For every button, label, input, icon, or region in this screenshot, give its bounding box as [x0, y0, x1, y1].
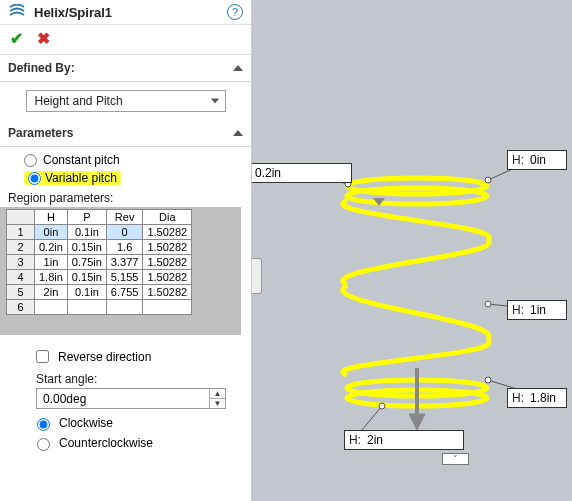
- parameters-label: Parameters: [8, 126, 73, 140]
- help-icon[interactable]: ?: [227, 4, 243, 20]
- chevron-down-icon[interactable]: ˅: [442, 453, 469, 465]
- reverse-direction-checkbox[interactable]: [36, 350, 49, 363]
- start-angle-input[interactable]: ▲ ▼: [36, 388, 226, 409]
- svg-point-11: [485, 301, 491, 307]
- chevron-down-icon: [373, 198, 385, 206]
- constant-pitch-row[interactable]: Constant pitch: [0, 151, 251, 169]
- counterclockwise-row[interactable]: Counterclockwise: [12, 435, 239, 451]
- feature-title: Helix/Spiral1: [34, 5, 227, 20]
- region-parameters-label: Region parameters:: [0, 187, 251, 207]
- callout-h-0p2[interactable]: H: 0.2in: [252, 163, 352, 183]
- svg-point-9: [485, 177, 491, 183]
- region-table-wrap: H P Rev Dia 1 0in 0.1in 0 1.50282 2 0.2i…: [0, 207, 241, 335]
- callout-h-0[interactable]: H: 0in: [507, 150, 567, 170]
- spin-down-icon[interactable]: ▼: [210, 399, 225, 408]
- start-angle-field[interactable]: [37, 389, 209, 408]
- reverse-direction-label: Reverse direction: [58, 350, 151, 364]
- clockwise-label: Clockwise: [59, 416, 113, 430]
- svg-point-15: [379, 403, 385, 409]
- graphics-viewport[interactable]: H: 0.2in H: 0in H: 1in H: 1.8in H: 2in ˅: [252, 0, 572, 501]
- svg-marker-5: [409, 414, 425, 430]
- counterclockwise-label: Counterclockwise: [59, 436, 153, 450]
- reverse-direction-row[interactable]: Reverse direction: [12, 347, 239, 366]
- panel-drag-handle[interactable]: [252, 258, 262, 294]
- cancel-icon[interactable]: ✖: [37, 29, 50, 48]
- clockwise-row[interactable]: Clockwise: [12, 415, 239, 431]
- col-p[interactable]: P: [67, 210, 106, 225]
- constant-pitch-label: Constant pitch: [43, 153, 120, 167]
- lower-options: Reverse direction Start angle: ▲ ▼ Clock…: [0, 335, 251, 463]
- spin-up-icon[interactable]: ▲: [210, 389, 225, 399]
- table-row: 4 1.8in 0.15in 5.155 1.50282: [7, 270, 192, 285]
- titlebar: Helix/Spiral1 ?: [0, 0, 251, 25]
- property-panel: Helix/Spiral1 ? ✔ ✖ Defined By: Height a…: [0, 0, 252, 501]
- helix-icon: [8, 4, 26, 20]
- table-row: 5 2in 0.1in 6.755 1.50282: [7, 285, 192, 300]
- defined-by-select[interactable]: Height and Pitch: [26, 90, 226, 112]
- defined-by-selected: Height and Pitch: [35, 94, 123, 108]
- defined-by-body: Height and Pitch: [0, 82, 251, 120]
- defined-by-label: Defined By:: [8, 61, 75, 75]
- variable-pitch-label: Variable pitch: [45, 171, 117, 185]
- constant-pitch-radio[interactable]: [24, 154, 37, 167]
- actionbar: ✔ ✖: [0, 25, 251, 55]
- clockwise-radio[interactable]: [37, 418, 50, 431]
- parameters-header[interactable]: Parameters: [0, 120, 251, 147]
- table-row: 2 0.2in 0.15in 1.6 1.50282: [7, 240, 192, 255]
- accept-icon[interactable]: ✔: [10, 29, 23, 48]
- callout-h-2[interactable]: H: 2in ˅: [344, 430, 464, 450]
- table-row: 3 1in 0.75in 3.377 1.50282: [7, 255, 192, 270]
- pitch-options: Constant pitch Variable pitch: [0, 147, 251, 187]
- table-row: 1 0in 0.1in 0 1.50282: [7, 225, 192, 240]
- collapse-icon: [233, 130, 243, 136]
- helix-preview: [252, 0, 572, 501]
- defined-by-header[interactable]: Defined By:: [0, 55, 251, 82]
- collapse-icon: [233, 65, 243, 71]
- table-row: 6: [7, 300, 192, 315]
- svg-point-13: [485, 377, 491, 383]
- callout-h-1p8[interactable]: H: 1.8in: [507, 388, 567, 408]
- counterclockwise-radio[interactable]: [37, 438, 50, 451]
- callout-h-1[interactable]: H: 1in: [507, 300, 567, 320]
- corner-cell: [7, 210, 35, 225]
- col-h[interactable]: H: [35, 210, 68, 225]
- svg-line-14: [362, 406, 382, 430]
- variable-pitch-row[interactable]: Variable pitch: [0, 169, 251, 187]
- col-dia[interactable]: Dia: [143, 210, 192, 225]
- region-table[interactable]: H P Rev Dia 1 0in 0.1in 0 1.50282 2 0.2i…: [6, 209, 192, 315]
- col-rev[interactable]: Rev: [106, 210, 143, 225]
- variable-pitch-radio[interactable]: [28, 172, 41, 185]
- start-angle-label: Start angle:: [12, 372, 239, 386]
